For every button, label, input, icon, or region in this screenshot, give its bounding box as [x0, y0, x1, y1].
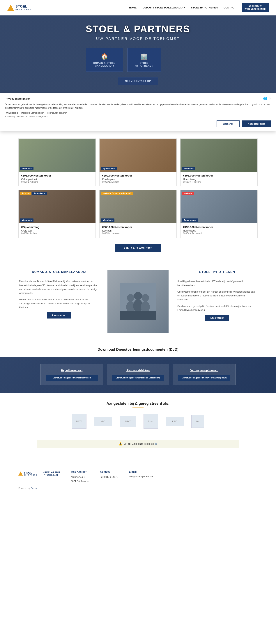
house-icon: 🏠: [93, 53, 115, 60]
property-image-5: Verkocht (onder voorbehoud) Woonhuis: [100, 190, 176, 223]
accepteer-button[interactable]: Accepteer alles: [242, 120, 271, 127]
privacy-modal: Privacy instellingen 🌐 ✕ Deze site maakt…: [0, 93, 276, 131]
property-card-5[interactable]: Verkocht (onder voorbehoud) Woonhuis €36…: [99, 190, 177, 238]
property-card-6[interactable]: Verkocht Appartement €199.500 Kosten kop…: [180, 190, 257, 238]
privacy-overlay: Privacy instellingen 🌐 ✕ Deze site maakt…: [0, 93, 276, 131]
property-city-3: 6866CJ, Heelsum: [183, 180, 255, 183]
property-city-4: 684320, Arnhem: [21, 232, 93, 235]
hero-section: STOEL & PARTNERS UW PARTNER VOOR DE TOEK…: [0, 16, 276, 93]
property-badge-3: Woonhuis: [182, 167, 195, 170]
hypotheken-divider: [213, 276, 221, 276]
property-card-1[interactable]: Woonhuis €395.000 Kosten koper Geldropss…: [19, 138, 96, 186]
privacy-icons: 🌐 ✕: [263, 96, 271, 100]
property-image-4: Te koop Aangekocht Woonhuis: [19, 190, 96, 223]
inschrijven-button[interactable]: INSCHRIJVENWONINGZOEKENDE: [241, 3, 269, 12]
footer-hypotheken-text: HYPOTHEKEN: [43, 474, 60, 476]
property-badges-6: Verkocht: [182, 192, 194, 195]
footer-brand-right: MAKELAARDIJ HYPOTHEKEN: [43, 471, 60, 476]
info-col-center: [103, 270, 173, 333]
property-badge-tekoop-4: Te koop: [20, 192, 31, 195]
nav-hypotheken[interactable]: STOEL HYPOTHEKEN: [191, 6, 218, 9]
footer-col-contact: Contact Tel: 0317-314671: [100, 470, 118, 479]
footer-contact-phone: Tel: 0317-314671: [100, 475, 118, 479]
footer-eazlee-link[interactable]: Eazlee: [31, 487, 38, 490]
logo-triangle-icon: [7, 5, 14, 11]
warning-text: Let op! Geld lenen kost geld 🏦: [124, 442, 157, 445]
dvd-card-hypotheekvraag: Hypotheekvraag Dienstverleningsdocument …: [41, 364, 103, 385]
property-price-4: €Op aanvraag: [21, 226, 93, 228]
chevron-down-icon: ▼: [183, 6, 185, 9]
privacy-powered: Powered by Usercentrics Consent Manageme…: [5, 115, 271, 118]
dvd-card-risico: Risico's afdekken Dienstverleningsdocume…: [107, 364, 169, 385]
footer-email-title: E-mail: [129, 470, 153, 473]
privacy-link-voorkeuren[interactable]: Voorkeuren beheren: [47, 112, 67, 114]
dvd-section: Download Dienstverleningsdocumenten (DvD…: [0, 344, 276, 392]
property-info-3: €695.000 Kosten koper Utrechtsweg 6866CJ…: [180, 172, 257, 186]
privacy-actions: Weigeren Accepteer alles: [5, 120, 271, 127]
footer-brand-divider: [40, 470, 40, 477]
hypotheken-text3: Ons kantoor is gevestigd in Renkum en si…: [177, 304, 257, 312]
globe-icon[interactable]: 🌐: [263, 96, 267, 100]
dvd-card-vermogen-title: Vermogen opbouwen: [178, 369, 230, 372]
info-col-left: DUMAS & STOEL MAKELAARDIJ Maak kennis me…: [15, 270, 103, 318]
privacy-link-privacybeleid[interactable]: Privacybeleid: [5, 112, 18, 114]
property-price-2: €259.000 Kosten koper: [102, 174, 174, 177]
privacy-title: Privacy instellingen: [5, 97, 31, 100]
hypotheken-lees-verder-button[interactable]: Lees verder: [205, 315, 229, 321]
nav-contact[interactable]: CONTACT: [223, 6, 236, 9]
dn-logo: DN: [191, 415, 204, 428]
property-card-4[interactable]: Te koop Aangekocht Woonhuis €Op aanvraag…: [19, 190, 96, 238]
property-badges-5: Verkocht (onder voorbehoud): [101, 192, 133, 195]
hero-card-makelaardij-label1: DUMAS & STOEL: [93, 62, 115, 64]
hero-card-hypotheken[interactable]: 🏢 STOEL HYPOTHEKEN: [127, 48, 161, 72]
dvd-btn-hypotheken[interactable]: Dienstverleningsdocument Hypotheken: [46, 375, 98, 381]
property-city-5: 6668HM, Heteren: [102, 232, 174, 235]
header: STOEL &PARTNERS HOME DUMAS & STOEL MAKEL…: [0, 0, 276, 16]
close-icon[interactable]: ✕: [269, 96, 271, 100]
property-image-3: Woonhuis: [180, 139, 257, 172]
footer-email-link[interactable]: info@stoelenpartners.nl: [129, 475, 153, 478]
hypotheken-text2: Ons hypotheekkantoor biedt zijn klanten …: [177, 290, 257, 302]
property-info-6: €199.500 Kosten koper Rolandseck 6865AA,…: [180, 223, 257, 238]
makelaardij-text2: We hechten aan persoonlijk contact met o…: [19, 298, 99, 310]
svg-point-3: [134, 292, 142, 300]
logo[interactable]: STOEL &PARTNERS: [7, 5, 31, 11]
properties-grid: Woonhuis €395.000 Kosten koper Geldropss…: [19, 138, 257, 238]
property-info-5: €365.000 Kosten koper Kerklaan 6668HM, H…: [100, 223, 176, 238]
property-price-6: €199.500 Kosten koper: [183, 226, 255, 228]
footer-logo[interactable]: STOEL &PARTNERS MAKELAARDIJ HYPOTHEKEN: [19, 470, 60, 478]
hero-cards: 🏠 DUMAS & STOEL MAKELAARDIJ 🏢 STOEL HYPO…: [86, 48, 190, 72]
nav-dumas-dropdown[interactable]: DUMAS & STOEL MAKELAARDIJ ▼: [143, 6, 185, 9]
weigeren-button[interactable]: Weigeren: [216, 120, 239, 127]
hero-card-makelaardij[interactable]: 🏠 DUMAS & STOEL MAKELAARDIJ: [86, 48, 123, 72]
dvd-background: Hypotheekvraag Dienstverleningsdocument …: [0, 357, 276, 392]
property-address-4: Grote Wei: [21, 229, 93, 232]
property-address-3: Utrechtsweg: [183, 178, 255, 180]
footer: STOEL &PARTNERS MAKELAARDIJ HYPOTHEKEN O…: [0, 464, 276, 496]
property-card-2[interactable]: Appartement €259.000 Kosten koper Kruide…: [99, 138, 177, 186]
privacy-link-wettelijk[interactable]: Wettelijke vermeldingen: [21, 112, 44, 114]
property-city-2: 6893OZ, Arnhem: [102, 180, 174, 183]
dvd-btn-risico[interactable]: Dienstverleningsdocument Risico verzeker…: [112, 375, 164, 381]
footer-makelaardij-text: MAKELAARDIJ: [43, 471, 60, 474]
property-card-3[interactable]: Woonhuis €695.000 Kosten koper Utrechtsw…: [180, 138, 257, 186]
footer-bottom: Powered by Eazlee: [19, 487, 257, 490]
building-icon: 🏢: [135, 53, 153, 60]
property-badge-aangekocht-4: Aangekocht: [32, 192, 47, 195]
team-photo-svg: [120, 283, 156, 320]
footer-powered-text: Powered by: [19, 487, 31, 490]
main-nav: HOME DUMAS & STOEL MAKELAARDIJ ▼ STOEL H…: [129, 3, 269, 12]
warning-banner: ⚠️ Let op! Geld lenen kost geld 🏦: [37, 440, 239, 448]
footer-col-email: E-mail info@stoelenpartners.nl: [129, 470, 153, 478]
property-address-6: Rolandseck: [183, 229, 255, 232]
nav-home[interactable]: HOME: [129, 6, 137, 9]
makelaardij-divider: [55, 276, 63, 276]
bekijk-alle-woningen-button[interactable]: Bekijk alle woningen: [115, 244, 161, 252]
hero-card-makelaardij-label2: MAKELAARDIJ: [93, 64, 115, 67]
dvd-btn-vermogen[interactable]: Dienstverleningsdocument Vermogensopbouw: [178, 375, 230, 381]
makelaardij-lees-verder-button[interactable]: Lees verder: [47, 312, 71, 318]
nav-dumas-link[interactable]: DUMAS & STOEL MAKELAARDIJ: [143, 6, 183, 9]
hero-contact-button[interactable]: NEEM CONTACT OP: [118, 77, 158, 85]
property-image-1: Woonhuis: [19, 139, 96, 172]
svg-point-1: [127, 294, 134, 302]
